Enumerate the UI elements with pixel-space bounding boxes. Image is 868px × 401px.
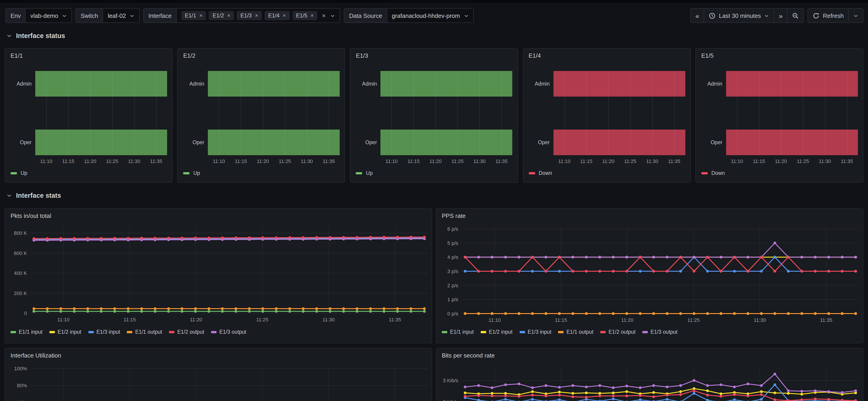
legend-item[interactable]: E1/1 input xyxy=(10,329,42,335)
legend-item[interactable]: E1/1 input xyxy=(442,329,474,335)
legend-item[interactable]: E1/2 input xyxy=(481,329,513,335)
time-controls: « Last 30 minutes » xyxy=(690,8,863,23)
remove-tag-icon[interactable]: × xyxy=(283,12,286,19)
panel-title[interactable]: E1/5 xyxy=(701,52,714,59)
clear-all-icon[interactable]: × xyxy=(321,12,327,19)
legend-item[interactable]: E1/1 output xyxy=(558,329,593,335)
zoom-out-icon xyxy=(792,12,799,19)
legend-item[interactable]: E1/3 input xyxy=(519,329,551,335)
x-axis-tick: 11:15 xyxy=(57,158,79,164)
svg-text:11:15: 11:15 xyxy=(124,317,136,322)
legend-item[interactable]: Down xyxy=(529,170,552,176)
oper-state-bar xyxy=(35,129,167,155)
legend-item[interactable]: E1/3 output xyxy=(211,329,246,335)
series-line xyxy=(465,374,856,393)
svg-text:2 Kib/s: 2 Kib/s xyxy=(443,399,458,401)
refresh-icon xyxy=(813,12,820,19)
x-axis-tick: 11:20 xyxy=(597,158,619,164)
chart-canvas: 11:1011:1511:2011:2511:3011:353 Kib/s2 K… xyxy=(436,348,864,401)
switch-variable: Switch leaf-02 xyxy=(75,8,140,23)
row-label-admin: Admin xyxy=(523,81,550,87)
legend-item[interactable]: Down xyxy=(701,170,725,176)
switch-variable-value[interactable]: leaf-02 xyxy=(103,9,140,23)
legend-item[interactable]: Up xyxy=(356,170,373,176)
legend-item[interactable]: E1/2 output xyxy=(600,329,636,335)
panel-pps-rate: PPS rate 11:1011:1511:2011:2511:3011:356… xyxy=(436,208,863,343)
remove-tag-icon[interactable]: × xyxy=(199,12,203,19)
legend-color-mark xyxy=(481,331,486,333)
svg-text:800 K: 800 K xyxy=(14,230,27,236)
legend-label: Down xyxy=(711,170,725,176)
x-axis-tick: 11:30 xyxy=(296,158,318,164)
remove-tag-icon[interactable]: × xyxy=(311,12,314,19)
series-line xyxy=(465,257,856,271)
env-variable: Env vlab-demo xyxy=(5,8,72,23)
interface-tag-label: E1/5 xyxy=(296,12,307,19)
interface-tag[interactable]: E1/5× xyxy=(292,11,317,20)
oper-state-bar xyxy=(381,129,513,155)
legend-color-mark xyxy=(356,172,362,174)
section-title: Interface stats xyxy=(16,192,61,199)
x-axis-tick: 11:10 xyxy=(553,158,575,164)
chevron-down-icon xyxy=(330,13,335,18)
refresh-button[interactable]: Refresh xyxy=(808,9,849,23)
interface-tag[interactable]: E1/1× xyxy=(181,11,206,20)
legend-label: E1/2 output xyxy=(609,329,636,335)
x-axis-tick: 11:20 xyxy=(425,158,446,164)
oper-state-bar xyxy=(726,129,858,155)
legend-item[interactable]: Up xyxy=(10,170,27,176)
series-line xyxy=(465,389,856,395)
x-axis-tick: 11:30 xyxy=(814,158,836,164)
x-axis-tick: 11:15 xyxy=(230,158,252,164)
svg-text:2 p/s: 2 p/s xyxy=(447,283,458,288)
row-label-admin: Admin xyxy=(696,81,722,87)
x-axis-tick: 11:30 xyxy=(641,158,663,164)
legend-label: E1/1 input xyxy=(450,329,474,335)
interface-tag[interactable]: E1/2× xyxy=(209,11,234,20)
section-interface-status[interactable]: Interface status xyxy=(6,31,868,40)
chevron-down-icon xyxy=(464,13,469,18)
chart-legend: E1/1 inputE1/2 inputE1/3 inputE1/1 outpu… xyxy=(442,329,678,335)
chevron-down-icon xyxy=(6,193,12,198)
svg-text:11:20: 11:20 xyxy=(621,317,633,323)
time-shift-back-button[interactable]: « xyxy=(691,9,704,23)
legend-label: Up xyxy=(21,170,27,176)
datasource-variable-value[interactable]: grafanacloud-hhdev-prom xyxy=(387,9,473,23)
interface-tag[interactable]: E1/4× xyxy=(265,11,289,20)
legend-item[interactable]: E1/3 input xyxy=(88,329,120,335)
remove-tag-icon[interactable]: × xyxy=(227,12,230,19)
svg-text:600 K: 600 K xyxy=(14,250,27,256)
legend-label: E1/3 input xyxy=(528,329,551,335)
panel-title[interactable]: E1/2 xyxy=(183,52,195,59)
interface-tag[interactable]: E1/3× xyxy=(237,11,261,20)
legend-item[interactable]: E1/3 output xyxy=(642,329,678,335)
x-axis-tick: 11:25 xyxy=(792,158,814,164)
legend-item[interactable]: Up xyxy=(183,170,200,176)
oper-state-bar xyxy=(208,129,340,155)
svg-text:5 p/s: 5 p/s xyxy=(447,240,458,246)
legend-item[interactable]: E1/2 output xyxy=(169,329,204,335)
env-variable-label: Env xyxy=(6,9,26,23)
env-variable-value[interactable]: vlab-demo xyxy=(26,9,71,23)
interface-variable-value[interactable]: E1/1×E1/2×E1/3×E1/4×E1/5× × xyxy=(177,9,340,23)
svg-text:11:10: 11:10 xyxy=(57,317,69,322)
section-interface-stats[interactable]: Interface stats xyxy=(6,191,868,200)
status-panel-row: E1/1 Admin Oper 11:1011:1511:2011:2511:3… xyxy=(0,48,868,183)
row-label-oper: Oper xyxy=(350,140,377,145)
remove-tag-icon[interactable]: × xyxy=(255,12,258,19)
panel-title[interactable]: E1/4 xyxy=(529,52,541,59)
legend-item[interactable]: E1/1 output xyxy=(127,329,162,335)
legend-color-mark xyxy=(183,172,189,174)
x-axis-tick: 11:10 xyxy=(726,158,748,164)
time-range-label: Last 30 minutes xyxy=(719,12,761,19)
time-shift-forward-button[interactable]: » xyxy=(774,9,788,23)
refresh-interval-dropdown[interactable] xyxy=(849,9,863,23)
panel-title[interactable]: E1/3 xyxy=(356,52,368,59)
legend-label: E1/2 output xyxy=(177,329,204,335)
time-zoom-out-button[interactable] xyxy=(788,9,804,23)
legend-item[interactable]: E1/2 input xyxy=(50,329,82,335)
row-label-oper: Oper xyxy=(696,140,722,145)
interface-tag-label: E1/2 xyxy=(213,12,224,19)
panel-title[interactable]: E1/1 xyxy=(10,52,23,59)
time-range-picker[interactable]: Last 30 minutes xyxy=(704,9,774,23)
